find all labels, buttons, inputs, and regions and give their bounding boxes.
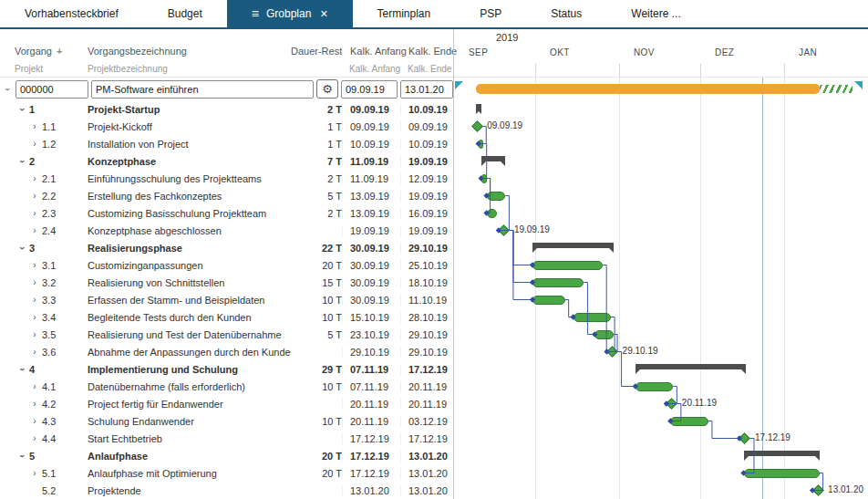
expand-chevron-icon[interactable]: › [29,296,40,305]
gantt-milestone[interactable] [499,224,511,236]
tab[interactable]: Status [526,0,606,27]
table-row[interactable]: ›3.2Realisierung von Schnittstellen15 T3… [0,274,453,291]
table-row[interactable]: ›3.6Abnahme der Anpassungen durch den Ku… [0,343,453,360]
column-header-duration[interactable]: Dauer-Rest [291,46,342,57]
expand-chevron-icon[interactable]: › [29,209,40,218]
column-header-start[interactable]: Kalk. Anfang [342,46,400,57]
table-row[interactable]: ›2Konzeptphase7 T11.09.1919.09.19 [0,152,453,170]
expand-chevron-icon[interactable]: › [29,469,40,478]
expand-chevron-icon[interactable]: › [29,226,40,235]
task-duration: 2 T [291,104,342,115]
expand-chevron-icon[interactable]: › [17,364,26,375]
table-row[interactable]: ›4.3Schulung Endanwender10 T20.11.1903.1… [0,412,453,430]
expand-chevron-icon[interactable]: › [17,104,26,115]
project-start-input[interactable] [341,80,398,99]
gantt-milestone[interactable] [471,120,483,132]
gantt-task-bar[interactable] [532,296,565,305]
gantt-task-bar[interactable] [481,174,487,183]
tab[interactable]: PSP [455,0,526,27]
expand-chevron-icon[interactable]: › [29,382,40,391]
gantt-summary-bar[interactable] [744,451,820,456]
close-icon[interactable]: × [320,7,327,20]
project-summary-bar[interactable] [476,84,820,94]
add-column-icon[interactable]: + [57,46,62,57]
gantt-task-bar[interactable] [487,192,506,201]
expand-chevron-icon[interactable]: › [29,313,40,322]
tab[interactable]: Vorhabensteckbrief [0,0,143,27]
gantt-milestone[interactable] [606,346,618,358]
table-row[interactable]: ›2.4Konzeptphase abgeschlossen19.09.1919… [0,222,453,239]
gantt-task-bar[interactable] [532,278,584,287]
gantt-milestone[interactable] [812,484,824,496]
table-row[interactable]: ›5Anlaufphase20 T17.12.1913.01.20 [0,447,453,464]
project-id-input[interactable] [16,80,88,99]
task-tree-cell: ›3.6 [7,347,80,358]
gantt-task-bar[interactable] [479,140,483,149]
table-row[interactable]: 5.2Projektende13.01.2013.01.20 [0,482,453,499]
gantt-task-bar[interactable] [744,469,820,478]
table-row[interactable]: ›3.4Begleitende Tests durch den Kunden10… [0,308,453,326]
table-row[interactable]: ›3.3Erfassen der Stamm- und Beispieldate… [0,291,453,308]
table-row[interactable]: ›3.5Realisierung und Test der Datenübern… [0,326,453,343]
task-end-date: 28.10.19 [400,312,453,323]
table-row[interactable]: ›2.3Customizing Basisschulung Projekttea… [0,204,453,222]
expand-chevron-icon[interactable]: › [29,261,40,270]
expand-chevron-icon[interactable]: › [3,84,12,95]
table-row[interactable]: ›4Implementierung und Schulung29 T07.11.… [0,360,453,378]
column-header-end[interactable]: Kalk. Ende [400,46,453,57]
table-row[interactable]: ›3Realisierungsphase22 T30.09.1929.10.19 [0,239,453,256]
gantt-task-bar[interactable] [487,209,498,218]
table-row[interactable]: ›1.2Installation von Project1 T10.09.191… [0,135,453,152]
tab[interactable]: Terminplan [353,0,456,27]
table-row[interactable]: ›5.1Anlaufphase mit Optimierung20 T17.12… [0,464,453,482]
table-row[interactable]: ›4.1Datenübernahme (falls erforderlich)1… [0,378,453,395]
expand-chevron-icon[interactable]: › [29,348,40,357]
expand-chevron-icon[interactable]: › [29,330,40,339]
expand-chevron-icon[interactable]: › [17,451,26,462]
project-end-input[interactable] [400,80,453,99]
gantt-task-bar[interactable] [574,313,612,322]
month-row: SEPOKTNOVDEZJAN [454,47,868,62]
gantt-summary-bar[interactable] [532,243,614,248]
table-row[interactable]: ›3.1Customizinganpassungen20 T30.09.1925… [0,256,453,274]
table-row[interactable]: ›4.2Project fertig für Endanwender20.11.… [0,395,453,412]
wbs-number: 4.3 [42,416,56,427]
table-row[interactable]: ›1Projekt-Startup2 T09.09.1910.09.19 [0,100,453,118]
expand-chevron-icon[interactable]: › [29,174,40,183]
task-end-date: 11.10.19 [400,295,453,306]
expand-chevron-icon[interactable]: › [29,278,40,287]
tab[interactable]: Weitere ... [606,0,705,27]
table-row[interactable]: ›2.2Erstellung des Fachkonzeptes5 T13.09… [0,187,453,204]
expand-chevron-icon[interactable]: › [29,417,40,426]
expand-chevron-icon[interactable]: › [17,243,26,254]
expand-chevron-icon[interactable]: › [17,156,26,167]
expand-chevron-icon[interactable]: › [29,434,40,443]
task-name: Konzeptphase abgeschlossen [80,225,291,236]
table-row[interactable]: ›4.4Start Echtbetrieb17.12.1917.12.19 [0,430,453,447]
milestone-date-label: 20.11.19 [682,398,717,408]
gantt-task-bar[interactable] [594,330,614,339]
table-row[interactable]: ›2.1Einführungsschulung des Projektteams… [0,170,453,187]
expand-chevron-icon[interactable]: › [29,140,40,149]
column-header-task[interactable]: Vorgang [7,46,52,57]
gantt-milestone[interactable] [739,432,751,444]
table-row[interactable]: ›1.1Projekt-Kickoff1 T09.09.1909.09.19 [0,118,453,135]
gear-button[interactable]: ⚙ [316,79,338,99]
gantt-task-bar[interactable] [532,261,603,270]
gantt-task-bar[interactable] [670,417,708,426]
gantt-summary-bar[interactable] [476,104,481,109]
expand-chevron-icon[interactable]: › [29,122,40,131]
task-start-date: 10.09.19 [342,139,400,150]
tab[interactable]: Budget [143,0,227,27]
project-row[interactable]: › ⚙ [0,78,453,100]
gantt-summary-bar[interactable] [481,156,506,161]
column-header-name[interactable]: Vorgangsbezeichnung [80,46,291,57]
project-name-input[interactable] [91,80,314,99]
gantt-task-bar[interactable] [636,382,674,391]
expand-chevron-icon[interactable]: › [29,192,40,201]
gantt-summary-bar[interactable] [636,364,747,369]
month-label: JAN [799,47,817,57]
expand-chevron-icon[interactable]: › [29,400,40,409]
gantt-milestone[interactable] [666,398,677,410]
tab[interactable]: ≡Grobplan× [227,0,353,27]
